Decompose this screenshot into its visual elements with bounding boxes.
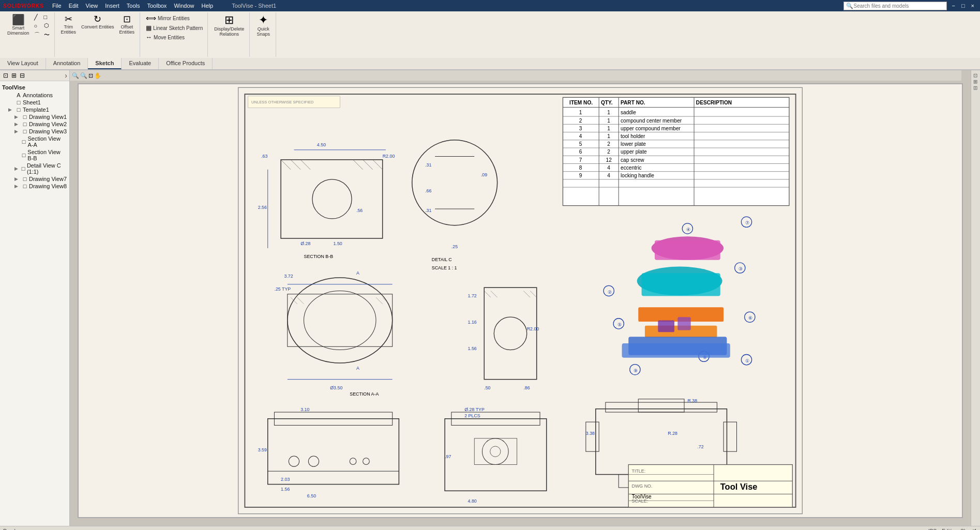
svg-point-107 — [304, 291, 376, 350]
linear-pattern-icon: ▦ — [146, 24, 152, 32]
tree-label: Template1 — [23, 107, 49, 113]
line-button[interactable]: ╱ — [33, 13, 41, 21]
convert-entities-button[interactable]: ↻ Convert Entities — [79, 13, 116, 31]
line-icon: ╱ — [34, 14, 38, 21]
mirror-entities-button[interactable]: ⟺ Mirror Entities — [144, 13, 191, 23]
arc-button[interactable]: ⌒ — [33, 31, 41, 39]
svg-text:UNLESS OTHERWISE SPECIFIED: UNLESS OTHERWISE SPECIFIED — [251, 100, 314, 104]
svg-point-141 — [350, 458, 356, 465]
tree-item-drawing-view2[interactable]: ▶ □ Drawing View2 — [2, 120, 67, 128]
right-panel-btn-2[interactable]: ⊞ — [972, 79, 979, 85]
menu-file[interactable]: File — [49, 2, 65, 10]
display-delete-relations-button[interactable]: ⊞ Display/DeleteRelations — [212, 13, 246, 38]
svg-line-54 — [300, 160, 310, 170]
svg-text:4: 4 — [579, 133, 582, 139]
move-entities-button[interactable]: ↔ Move Entities — [144, 33, 186, 41]
ribbon-group-trim: ✂ TrimEntities ↻ Convert Entities ⊡ Offs… — [56, 12, 141, 57]
tab-view-layout[interactable]: View Layout — [0, 58, 46, 69]
svg-text:2: 2 — [607, 149, 610, 155]
ribbon-group-quick-snaps: ✦ QuickSnaps — [251, 12, 276, 57]
tree-item-drawing-view1[interactable]: ▶ □ Drawing View1 — [2, 113, 67, 120]
menu-view[interactable]: View — [83, 2, 101, 10]
svg-text:1.50: 1.50 — [334, 241, 342, 246]
tree-item-annotations[interactable]: A Annotations — [2, 92, 67, 99]
move-icon: ↔ — [146, 34, 152, 41]
right-panel-btn-3[interactable]: ⊟ — [972, 85, 979, 91]
tree-item-drawing-view7[interactable]: ▶ □ Drawing View7 — [2, 175, 67, 183]
ribbon-items-row: ⬛ SmartDimension ╱ ○ ⌒ — [5, 13, 51, 56]
svg-text:⑤: ⑤ — [617, 322, 622, 327]
fit-view-icon[interactable]: ⊡ — [88, 72, 93, 79]
tree-label: Drawing View8 — [29, 183, 67, 189]
menu-edit[interactable]: Edit — [66, 2, 82, 10]
window-title: ToolVise - Sheet1 — [232, 3, 276, 9]
maximize-button[interactable]: □ — [959, 3, 968, 9]
annotation-icon: A — [14, 92, 23, 98]
tree-label: Section View A-A — [27, 135, 67, 148]
menu-window[interactable]: Window — [171, 2, 197, 10]
view-icon: □ — [20, 152, 27, 158]
tree-item-drawing-view3[interactable]: ▶ □ Drawing View3 — [2, 128, 67, 135]
linear-sketch-pattern-button[interactable]: ▦ Linear Sketch Pattern — [144, 24, 204, 32]
tree-item-section-view-aa[interactable]: □ Section View A-A — [2, 135, 67, 148]
polygon-icon: ⬡ — [44, 22, 49, 29]
expand-icon: ▶ — [14, 184, 21, 189]
svg-text:A: A — [356, 270, 359, 276]
svg-text:Tool Vise: Tool Vise — [720, 482, 758, 491]
menu-insert[interactable]: Insert — [102, 2, 123, 10]
svg-text:tool holder: tool holder — [621, 133, 645, 139]
svg-text:saddle: saddle — [621, 110, 636, 115]
quick-snaps-icon: ✦ — [259, 14, 268, 26]
right-panel-btn-1[interactable]: ⊡ — [972, 72, 979, 79]
tree-label: Sheet1 — [23, 99, 41, 105]
tree-item-detail-view-c[interactable]: ▶ □ Detail View C (1:1) — [2, 162, 67, 175]
tree-item-section-view-bb[interactable]: □ Section View B-B — [2, 148, 67, 162]
pan-icon[interactable]: ✋ — [94, 72, 101, 79]
panel-icon-3[interactable]: ⊟ — [19, 71, 26, 80]
search-input[interactable] — [853, 3, 936, 9]
expand-icon: ▶ — [14, 114, 21, 119]
spline-button[interactable]: 〜 — [42, 31, 51, 39]
mirror-col: ⟺ Mirror Entities ▦ Linear Sketch Patter… — [144, 13, 204, 41]
rect-button[interactable]: □ — [42, 13, 51, 21]
convert-icon: ↻ — [94, 14, 101, 24]
canvas-area[interactable]: 🔍 🔍 ⊡ ✋ ITEM NO. QTY. — [70, 70, 971, 526]
svg-line-55 — [353, 160, 363, 170]
trim-entities-button[interactable]: ✂ TrimEntities — [59, 13, 79, 36]
panel-icon-2[interactable]: ⊞ — [10, 71, 18, 80]
offset-entities-button[interactable]: ⊡ OffsetEntities — [117, 13, 137, 36]
smart-dimension-button[interactable]: ⬛ SmartDimension — [5, 13, 32, 37]
svg-text:1: 1 — [607, 133, 610, 139]
svg-line-123 — [523, 291, 530, 297]
tree-item-template1[interactable]: ▶ □ Template1 — [2, 106, 67, 113]
bottom-center-view: Ø.28 TYP 2 PLCS 4.80 .97 — [445, 407, 547, 504]
polygon-button[interactable]: ⬡ — [42, 22, 51, 29]
svg-text:4: 4 — [607, 173, 610, 178]
menu-help[interactable]: Help — [199, 2, 217, 10]
zoom-out-icon[interactable]: 🔍 — [80, 72, 87, 79]
tab-annotation[interactable]: Annotation — [46, 58, 88, 69]
quick-snaps-button[interactable]: ✦ QuickSnaps — [254, 13, 273, 38]
circle-button[interactable]: ○ — [33, 22, 41, 29]
tab-office-products[interactable]: Office Products — [159, 58, 213, 69]
tab-evaluate[interactable]: Evaluate — [122, 58, 159, 69]
top-bar: SOLIDWORKS File Edit View Insert Tools T… — [0, 0, 980, 11]
menu-tools[interactable]: Tools — [124, 2, 143, 10]
minimize-button[interactable]: − — [949, 3, 957, 9]
tree-label: Drawing View7 — [29, 176, 67, 182]
panel-expand-button[interactable]: › — [65, 71, 67, 80]
zoom-in-icon[interactable]: 🔍 — [72, 72, 79, 79]
svg-text:4.80: 4.80 — [468, 498, 477, 504]
svg-text:2.56: 2.56 — [258, 205, 267, 210]
svg-text:DETAIL C: DETAIL C — [432, 257, 452, 262]
tree-item-sheet1[interactable]: □ Sheet1 — [2, 99, 67, 106]
section-bb-view: .63 4.50 R2.00 2.56 .56 Ø.28 1.50 SECTIO… — [258, 142, 395, 259]
panel-icon-1[interactable]: ⊡ — [2, 71, 9, 80]
menu-toolbox[interactable]: Toolbox — [144, 2, 170, 10]
tab-sketch[interactable]: Sketch — [88, 58, 122, 69]
close-button[interactable]: × — [969, 3, 977, 9]
tree-item-drawing-view8[interactable]: ▶ □ Drawing View8 — [2, 183, 67, 190]
svg-text:3.59: 3.59 — [258, 447, 267, 452]
search-box[interactable]: 🔍 — [843, 2, 947, 10]
svg-rect-131 — [268, 419, 399, 484]
